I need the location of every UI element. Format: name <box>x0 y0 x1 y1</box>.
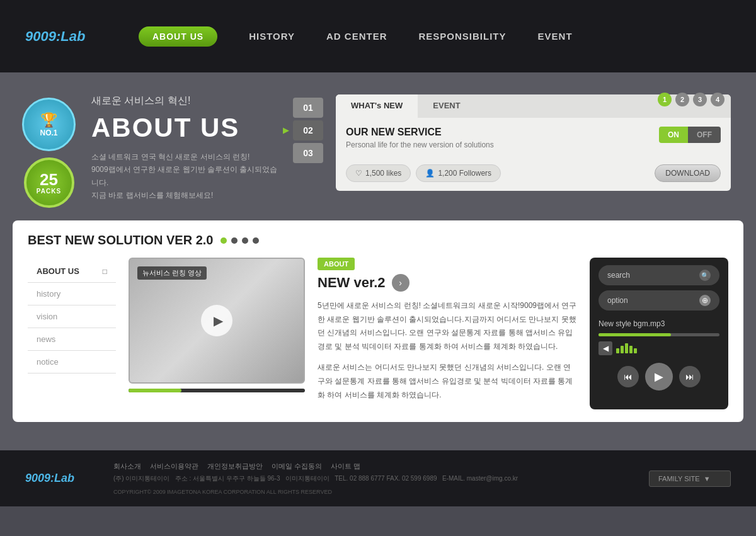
side-nav-vision[interactable]: vision <box>28 305 116 328</box>
followers-icon: 👤 <box>425 169 435 178</box>
side-nav-history[interactable]: history <box>28 283 116 305</box>
footer-logo: 9009:Lab <box>25 472 88 485</box>
dot-3 <box>242 237 248 244</box>
footer-link-sitemap[interactable]: 사이트 맵 <box>331 462 360 471</box>
option-label: option <box>607 296 628 305</box>
followers-button[interactable]: 👤 1,200 Followers <box>416 164 501 182</box>
badge-packs-label: PACKS <box>37 188 61 195</box>
content-para-2: 새로운 서비스는 어디서도 만나보지 못했던 신개념의 서비스입니다. 오랜 연… <box>318 361 577 402</box>
nav-adcenter[interactable]: AD CENTER <box>326 31 387 42</box>
dots-decoration <box>220 237 259 244</box>
page-1[interactable]: 1 <box>658 93 672 106</box>
news-content: OUR NEW SERVICE Personal life for the ne… <box>336 118 731 191</box>
next-button[interactable]: › <box>392 274 410 292</box>
video-progress-fill <box>129 389 181 392</box>
num-tab-2[interactable]: 02 <box>293 120 323 140</box>
video-wrapper: 뉴서비스 런칭 영상 ▶ <box>129 258 305 409</box>
main-area: 1 2 3 4 🏆 NO.1 25 PACKS 새로운 서비스의 혁신! ABO… <box>0 72 756 450</box>
family-site-dropdown[interactable]: FAMILY SITE ▼ <box>649 470 731 487</box>
desc-line3: 지금 바로 랩서비스를 체험해보세요! <box>91 189 280 202</box>
track-name: New style bgm.mp3 <box>598 319 719 328</box>
nav-about[interactable]: ABOUT US <box>139 26 217 47</box>
pagination: 1 2 3 4 <box>658 93 724 106</box>
news-stats: ♡ 1,500 likes 👤 1,200 Followers DOWNLOAD <box>346 164 721 182</box>
solution-body: ABOUT US history vision news notice 뉴서비스… <box>28 258 728 409</box>
footer-link-about[interactable]: 회사소개 <box>113 462 141 471</box>
content-title-row: NEW ver.2 › <box>318 274 577 292</box>
footer-link-terms[interactable]: 서비스이용약관 <box>150 462 198 471</box>
about-us-title: ABOUT US <box>91 113 280 143</box>
footer-email: E-MAIL. master@img.co.kr <box>442 475 518 482</box>
side-nav-about[interactable]: ABOUT US <box>28 260 116 283</box>
dot-1 <box>220 237 227 244</box>
page-3[interactable]: 3 <box>693 93 707 106</box>
page-4[interactable]: 4 <box>711 93 724 106</box>
search-bar[interactable]: search 🔍 <box>598 265 719 285</box>
likes-button[interactable]: ♡ 1,500 likes <box>346 164 411 182</box>
solution-title-text: BEST NEW SOLUTION VER 2.0 <box>28 233 213 248</box>
followers-count: 1,200 Followers <box>438 169 491 178</box>
option-icon: ⊕ <box>699 295 711 306</box>
audio-progress-fill <box>598 333 671 336</box>
no1-label: NO.1 <box>40 128 57 137</box>
badge-25packs: 25 PACKS <box>24 157 74 208</box>
main-nav: ABOUT US HISTORY AD CENTER RESPONSIBILIT… <box>139 26 731 47</box>
footer-links-row: 회사소개 서비스이용약관 개인정보취급방안 이메일 수집동의 사이트 맵 <box>113 462 624 471</box>
side-navigation: ABOUT US history vision news notice <box>28 258 116 409</box>
vol-bar-2 <box>621 346 624 353</box>
num-tab-3[interactable]: 03 <box>293 143 323 163</box>
news-panel: WHAT's NEW EVENT OUR NEW SERVICE Persona… <box>336 94 731 191</box>
dot-2 <box>231 237 238 244</box>
side-nav-notice[interactable]: notice <box>28 351 116 373</box>
footer-tel: TEL. 02 888 6777 FAX. 02 599 6989 <box>335 475 437 482</box>
trophy-icon: 🏆 <box>40 112 57 128</box>
on-off-toggle: ON OFF <box>659 127 721 143</box>
service-title: OUR NEW SERVICE <box>346 127 494 138</box>
about-text-block: 새로운 서비스의 혁신! ABOUT US 소셜 네트워크 연국 혁신 새로운 … <box>91 91 280 202</box>
volume-button[interactable]: ◀ <box>598 341 612 355</box>
nav-responsibility[interactable]: RESPONSIBILITY <box>419 31 507 42</box>
heart-icon: ♡ <box>355 169 362 178</box>
likes-count: 1,500 likes <box>365 169 401 178</box>
fast-forward-button[interactable]: ⏭ <box>679 366 701 387</box>
nav-event[interactable]: EVENT <box>538 31 573 42</box>
on-button[interactable]: ON <box>659 127 688 143</box>
page-2[interactable]: 2 <box>675 93 689 106</box>
play-pause-button[interactable]: ▶ <box>645 363 673 391</box>
download-button[interactable]: DOWNLOAD <box>655 164 721 182</box>
badges: 🏆 NO.1 25 PACKS <box>19 91 79 208</box>
family-site-label: FAMILY SITE <box>658 475 700 482</box>
chevron-down-icon: ▼ <box>704 475 711 482</box>
tab-whats-new[interactable]: WHAT's NEW <box>336 94 418 118</box>
vol-bar-1 <box>616 348 619 353</box>
tab-event[interactable]: EVENT <box>418 94 475 118</box>
search-icon: 🔍 <box>699 270 711 281</box>
footer-tel-label: 이미지통테이이 <box>285 475 329 482</box>
volume-bars <box>616 343 637 353</box>
search-label: search <box>607 271 630 280</box>
rewind-button[interactable]: ⏮ <box>617 366 639 387</box>
off-button[interactable]: OFF <box>688 127 721 143</box>
desc-line2: 9009랩에서 연구한 새로운 웹기반 솔루션이 출시되었습니다. <box>91 163 280 189</box>
logo: 9009:Lab <box>25 28 101 45</box>
video-player: 뉴서비스 런칭 영상 ▶ <box>129 258 305 384</box>
footer-company: (주) 이미지통테이이 <box>113 475 169 482</box>
vol-bar-3 <box>625 343 628 353</box>
num-tab-1[interactable]: 01 <box>293 98 323 118</box>
audio-progress-bar[interactable] <box>598 333 719 336</box>
footer-addr: 주소 : 서울특별시 우주구 하늘들 96-3 <box>175 475 280 482</box>
play-button[interactable]: ▶ <box>201 305 232 336</box>
video-progress-bar[interactable] <box>129 389 305 392</box>
volume-row: ◀ <box>598 341 719 355</box>
side-nav-news[interactable]: news <box>28 328 116 351</box>
content-text: ABOUT NEW ver.2 › 5년만에 새로운 서비스의 런칭! 소셜네트… <box>318 258 577 409</box>
footer-link-privacy[interactable]: 개인정보취급방안 <box>207 462 263 471</box>
header: 9009:Lab ABOUT US HISTORY AD CENTER RESP… <box>0 0 756 72</box>
option-bar[interactable]: option ⊕ <box>598 290 719 311</box>
footer-links: 회사소개 서비스이용약관 개인정보취급방안 이메일 수집동의 사이트 맵 (주)… <box>113 462 624 495</box>
hero-section: 🏆 NO.1 25 PACKS 새로운 서비스의 혁신! ABOUT US 소셜… <box>0 72 756 220</box>
copyright: COPYRIGHT© 2009 IMAGETONA KOREA CORPORAT… <box>113 489 624 495</box>
footer-link-email[interactable]: 이메일 수집동의 <box>272 462 322 471</box>
service-desc: Personal life for the new version of sol… <box>346 140 494 149</box>
nav-history[interactable]: HISTORY <box>249 31 295 42</box>
